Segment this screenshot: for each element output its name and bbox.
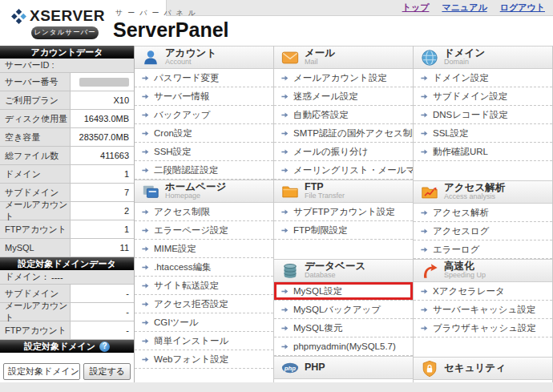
sidebar-data-row: ドメイン：---- xyxy=(0,270,134,285)
logo-left: XSERVER レンタルサーバー xyxy=(10,7,105,39)
menu-item[interactable]: CGIツール xyxy=(135,313,273,332)
sidebar-data-row: FTPアカウント1 xyxy=(0,220,134,239)
menu-item[interactable]: アクセス拒否設定 xyxy=(135,295,273,313)
menu-item[interactable]: 二段階認証設定 xyxy=(135,161,273,180)
sidebar-sections: アカウントデータサーバーID :サーバー番号ご利用プランX10ディスク使用量16… xyxy=(0,46,134,340)
arrow-icon xyxy=(420,208,429,217)
menu-item[interactable]: MySQLバックアップ xyxy=(274,301,413,319)
menu-item[interactable]: サーバー情報 xyxy=(135,87,273,106)
sidebar-row-value: - xyxy=(71,303,134,321)
arrow-icon xyxy=(281,92,289,101)
menu-item[interactable]: メールアカウント設定 xyxy=(274,69,413,87)
sidebar-row-label: ご利用プラン xyxy=(0,91,71,109)
category-titles: ホームページHomepage xyxy=(165,182,226,200)
logo[interactable]: XSERVER レンタルサーバー サーバーパネル ServerPanel xyxy=(10,7,229,40)
menu-item-label: パスワード変更 xyxy=(154,72,220,84)
menu-item[interactable]: DNSレコード設定 xyxy=(414,106,552,124)
menu-item[interactable]: Xアクセラレータ xyxy=(414,282,552,301)
menu-item[interactable]: サイト転送設定 xyxy=(135,277,273,295)
section-gap xyxy=(274,240,413,259)
section-gap xyxy=(414,337,552,357)
menu-item[interactable]: 簡単インストール xyxy=(135,332,273,350)
target-domain-title: 設定対象ドメイン xyxy=(24,340,95,353)
category-header: FTPFile Transfer xyxy=(274,180,413,203)
menu-item[interactable]: 迷惑メール設定 xyxy=(274,87,413,106)
category-header: セキュリティ xyxy=(414,357,552,380)
menu-item-label: 動作確認URL xyxy=(433,146,488,158)
menu-item[interactable]: エラーページ設定 xyxy=(135,221,273,240)
nav-link-top[interactable]: トップ xyxy=(402,2,430,14)
domain-select[interactable]: 設定対象ドメイン未 ▼ xyxy=(3,363,80,380)
menu-item[interactable]: アクセスログ xyxy=(414,222,552,240)
menu-item[interactable]: SSH設定 xyxy=(135,143,273,161)
domain-icon xyxy=(421,49,438,67)
arrow-icon xyxy=(141,263,150,272)
menu-item[interactable]: アクセス制限 xyxy=(135,203,273,221)
menu-item[interactable]: MySQL復元 xyxy=(274,319,413,337)
menu-item[interactable]: SMTP認証の国外アクセス制限設定 xyxy=(274,124,413,143)
category-title: セキュリティ xyxy=(444,363,506,374)
menu-column-3: ドメインDomainドメイン設定サブドメイン設定DNSレコード設定SSL設定動作… xyxy=(414,46,553,382)
menu-item[interactable]: パスワード変更 xyxy=(135,69,273,87)
brand-name: XSERVER xyxy=(30,7,105,25)
sidebar-row-value xyxy=(71,73,134,91)
category-subtitle: Account xyxy=(165,59,216,66)
arrow-icon xyxy=(420,111,429,119)
menu-item[interactable]: .htaccess編集 xyxy=(135,258,273,277)
category-titles: セキュリティ xyxy=(444,363,506,374)
nav-link-manual[interactable]: マニュアル xyxy=(442,2,486,14)
arrow-icon xyxy=(281,129,289,138)
menu-item[interactable]: SSL設定 xyxy=(414,124,552,143)
set-domain-button[interactable]: 設定する xyxy=(83,363,131,380)
menu-item[interactable]: MIME設定 xyxy=(135,240,273,258)
sidebar-row-label: 総ファイル数 xyxy=(0,147,71,164)
menu-item-label: 二段階認証設定 xyxy=(154,164,219,176)
menu-item-label: メールアカウント設定 xyxy=(293,72,387,84)
menu-item[interactable]: メールの振り分け xyxy=(274,143,413,161)
menu-item[interactable]: ドメイン設定 xyxy=(414,69,552,87)
menu-item[interactable]: エラーログ xyxy=(414,240,552,259)
arrow-icon xyxy=(281,148,289,156)
menu-item-label: メールの振り分け xyxy=(293,146,368,158)
sidebar-row-label: サーバー番号 xyxy=(0,73,71,91)
sidebar-data-row: ドメイン1 xyxy=(0,165,134,184)
sidebar-row-label: ドメイン： xyxy=(0,270,50,284)
arrow-icon xyxy=(281,305,289,314)
sidebar-data-row: サーバー番号 xyxy=(0,73,134,91)
menu-item[interactable]: サーバーキャッシュ設定 xyxy=(414,301,552,319)
menu-item-label: MySQL復元 xyxy=(293,322,342,334)
question-icon[interactable]: ? xyxy=(99,341,110,352)
menu-item[interactable]: アクセス解析 xyxy=(414,204,552,222)
sidebar-row-label: ディスク使用量 xyxy=(0,110,71,127)
menu-item-label: FTP制限設定 xyxy=(293,224,348,236)
menu-item[interactable]: バックアップ xyxy=(135,106,273,124)
arrow-icon xyxy=(420,74,429,83)
menu-item-label: MySQLバックアップ xyxy=(293,304,381,316)
menu-item[interactable]: Cron設定 xyxy=(135,124,273,143)
category-header: データベースDatabase xyxy=(274,259,413,282)
menu-column-1: アカウントAccountパスワード変更サーバー情報バックアップCron設定SSH… xyxy=(135,46,274,382)
menu-item[interactable]: FTP制限設定 xyxy=(274,221,413,240)
menu-item-label: MySQL設定 xyxy=(293,285,342,297)
menu-item[interactable]: 自動応答設定 xyxy=(274,106,413,124)
sidebar-row-value: 16493.0MB xyxy=(71,110,134,127)
arrow-icon xyxy=(141,300,150,309)
menu-item[interactable]: サブドメイン設定 xyxy=(414,87,552,106)
ftp-icon xyxy=(281,183,299,200)
menu-item[interactable]: phpmyadmin(MySQL5.7) xyxy=(274,337,413,356)
arrow-icon xyxy=(141,281,150,290)
menu-item-highlighted[interactable]: MySQL設定 xyxy=(274,282,413,301)
analysis-icon xyxy=(421,184,438,201)
menu-item[interactable]: メーリングリスト・メールマガジン xyxy=(274,161,413,180)
nav-link-logout[interactable]: ログアウト xyxy=(500,2,545,14)
sidebar-data-row: ディスク使用量16493.0MB xyxy=(0,110,134,128)
category-titles: PHP xyxy=(305,362,325,373)
menu-item[interactable]: サブFTPアカウント設定 xyxy=(274,203,413,221)
menu-item[interactable]: 動作確認URL xyxy=(414,143,552,161)
sidebar-row-value: 11 xyxy=(71,239,134,257)
menu-item-label: SSH設定 xyxy=(154,146,192,158)
menu-item-label: エラーページ設定 xyxy=(154,224,228,236)
menu-item[interactable]: Webフォント設定 xyxy=(135,350,273,369)
arrow-icon xyxy=(281,324,289,333)
menu-item[interactable]: ブラウザキャッシュ設定 xyxy=(414,319,552,337)
